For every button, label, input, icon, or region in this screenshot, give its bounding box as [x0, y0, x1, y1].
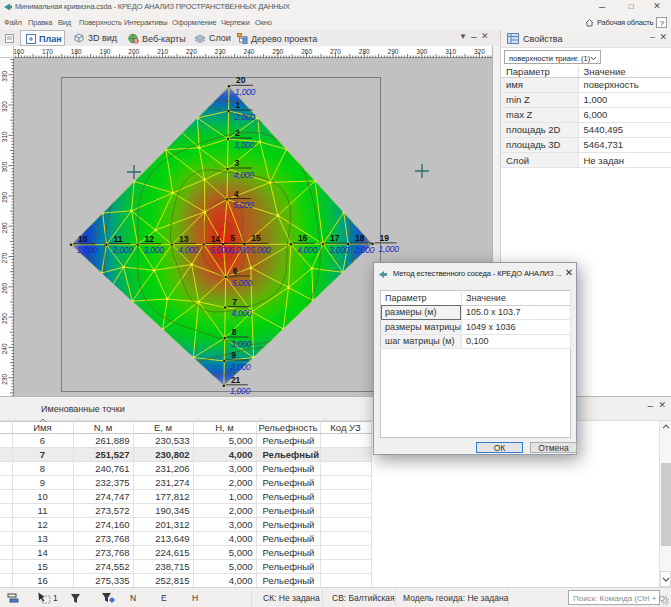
svg-text:7: 7 — [232, 297, 237, 307]
svg-text:3: 3 — [235, 158, 240, 168]
svg-text:300: 300 — [1, 161, 8, 172]
svg-text:3,000: 3,000 — [231, 339, 252, 349]
svg-text:280: 280 — [1, 222, 8, 233]
svg-text:5,000: 5,000 — [232, 278, 253, 288]
svg-text:4: 4 — [234, 189, 239, 199]
svg-text:12: 12 — [145, 234, 155, 244]
svg-text:8: 8 — [232, 327, 237, 337]
svg-text:20: 20 — [236, 75, 246, 85]
svg-text:1,000: 1,000 — [235, 87, 256, 97]
svg-text:5,000: 5,000 — [210, 245, 231, 255]
svg-text:210: 210 — [157, 48, 168, 55]
svg-text:4,000: 4,000 — [231, 308, 252, 318]
svg-text:2,000: 2,000 — [112, 245, 134, 255]
svg-text:1,000: 1,000 — [230, 386, 251, 396]
svg-text:5: 5 — [230, 233, 235, 243]
svg-text:310: 310 — [1, 131, 8, 142]
svg-text:2,000: 2,000 — [229, 362, 251, 372]
svg-text:270: 270 — [330, 48, 341, 55]
svg-text:160: 160 — [14, 48, 24, 55]
svg-text:190: 190 — [100, 48, 111, 55]
svg-text:3,000: 3,000 — [329, 245, 350, 255]
svg-text:250: 250 — [1, 313, 8, 324]
svg-text:5,000: 5,000 — [233, 200, 254, 210]
svg-text:2,000: 2,000 — [234, 112, 256, 122]
svg-text:8: 8 — [135, 37, 138, 43]
svg-text:230: 230 — [1, 373, 8, 384]
svg-text:240: 240 — [1, 343, 8, 354]
svg-text:14: 14 — [211, 234, 221, 244]
svg-text:3,000: 3,000 — [144, 245, 165, 255]
svg-text:280: 280 — [359, 48, 370, 55]
svg-text:290: 290 — [388, 48, 399, 55]
svg-text:260: 260 — [301, 48, 312, 55]
svg-text:15: 15 — [251, 233, 261, 243]
svg-text:6,000: 6,000 — [229, 245, 250, 255]
svg-text:1,000: 1,000 — [379, 244, 400, 254]
svg-text:2,000: 2,000 — [353, 245, 375, 255]
svg-text:4,000: 4,000 — [297, 245, 318, 255]
svg-text:240: 240 — [244, 48, 255, 55]
svg-text:16: 16 — [298, 233, 308, 243]
svg-text:290: 290 — [1, 192, 8, 203]
svg-text:18: 18 — [355, 233, 365, 243]
svg-text:4,000: 4,000 — [234, 170, 255, 180]
svg-text:9: 9 — [231, 350, 236, 360]
svg-text:21: 21 — [231, 375, 241, 385]
svg-text:220: 220 — [186, 48, 197, 55]
svg-text:6: 6 — [233, 266, 238, 276]
svg-text:250: 250 — [272, 48, 283, 55]
svg-text:320: 320 — [474, 48, 485, 55]
svg-text:170: 170 — [42, 48, 53, 55]
svg-text:200: 200 — [128, 48, 139, 55]
svg-text:270: 270 — [1, 252, 8, 263]
svg-text:1,000: 1,000 — [77, 245, 98, 255]
svg-text:11: 11 — [114, 234, 123, 244]
svg-text:230: 230 — [215, 48, 226, 55]
svg-text:260: 260 — [1, 282, 8, 293]
svg-text:5,000: 5,000 — [250, 245, 271, 255]
svg-text:300: 300 — [416, 48, 427, 55]
svg-text:310: 310 — [445, 48, 456, 55]
svg-text:1: 1 — [236, 100, 241, 110]
svg-text:180: 180 — [71, 48, 82, 55]
svg-text:10: 10 — [78, 234, 88, 244]
svg-text:17: 17 — [330, 233, 340, 243]
svg-text:2: 2 — [235, 128, 240, 138]
svg-text:3,000: 3,000 — [234, 140, 255, 150]
svg-text:320: 320 — [1, 101, 8, 112]
svg-text:19: 19 — [380, 233, 390, 243]
svg-text:4,000: 4,000 — [178, 245, 199, 255]
svg-text:330: 330 — [1, 70, 8, 81]
svg-text:13: 13 — [179, 234, 189, 244]
